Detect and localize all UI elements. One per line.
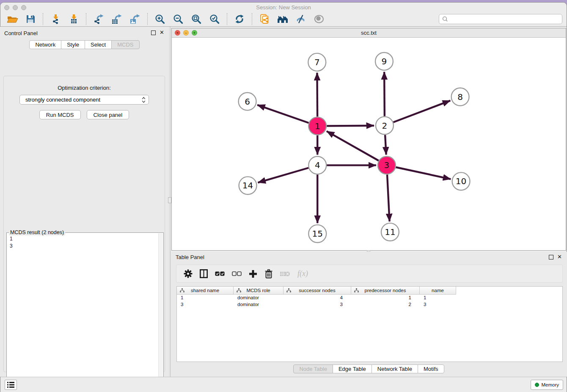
graph-edge-1-6[interactable] (257, 105, 308, 123)
network-close-button[interactable]: ✕ (175, 30, 180, 36)
graph-edge-3-11[interactable] (387, 174, 390, 221)
column-label: name (432, 288, 444, 293)
graph-node-15[interactable]: 15 (308, 225, 326, 243)
svg-text:1: 1 (315, 121, 320, 131)
search-icon (442, 16, 449, 22)
graph-node-2[interactable]: 2 (376, 117, 394, 135)
show-all-button[interactable] (311, 13, 327, 25)
export-network-button[interactable] (91, 13, 106, 25)
tab-select[interactable]: Select (85, 40, 112, 49)
cell-shared-name[interactable]: 1 (177, 295, 234, 301)
divider-grip[interactable] (168, 197, 171, 203)
select-all-rows-button[interactable] (215, 268, 225, 280)
graph-node-10[interactable]: 10 (452, 172, 470, 190)
close-panel-button[interactable]: Close panel (87, 110, 129, 119)
tab-network-table[interactable]: Network Table (372, 364, 418, 373)
zoom-fit-button[interactable] (189, 13, 204, 25)
column-header-MCDS-role[interactable]: MCDS role (234, 287, 284, 295)
tab-style[interactable]: Style (61, 40, 85, 49)
tab-motifs[interactable]: Motifs (418, 364, 444, 373)
deselect-all-rows-button[interactable] (232, 268, 242, 280)
cell-successor-nodes[interactable]: 3 (284, 301, 351, 308)
column-header-name[interactable]: name (420, 287, 456, 295)
graph-edge-2-3[interactable] (385, 135, 386, 155)
graph-node-1[interactable]: 1 (308, 117, 326, 135)
graph-node-11[interactable]: 11 (381, 223, 399, 241)
save-session-button[interactable] (23, 13, 38, 25)
first-neighbors-button[interactable] (275, 13, 290, 25)
network-maximize-button[interactable]: + (192, 30, 197, 36)
table-row[interactable]: 3dominator323 (177, 301, 562, 308)
network-window-titlebar[interactable]: ✕ − + scc.txt (172, 28, 566, 38)
table-row[interactable]: 1dominator411 (177, 295, 562, 301)
search-field[interactable] (439, 14, 562, 24)
cell-successor-nodes[interactable]: 4 (284, 295, 351, 301)
column-header-predecessor-nodes[interactable]: predecessor nodes (351, 287, 420, 295)
result-scrollbar[interactable] (158, 233, 163, 392)
zoom-out-icon (173, 14, 183, 24)
hide-selected-button[interactable] (293, 13, 308, 25)
graph-edge-1-7[interactable] (317, 73, 317, 117)
mcds-result-list[interactable]: 13 (7, 233, 163, 250)
network-canvas[interactable]: 7968124314101511 (172, 38, 566, 250)
graph-edge-4-14[interactable] (258, 168, 309, 182)
float-table-panel-icon[interactable] (549, 255, 553, 259)
graph-node-7[interactable]: 7 (308, 53, 326, 71)
graph-node-6[interactable]: 6 (239, 93, 256, 110)
graph-edge-2-9[interactable] (384, 72, 385, 116)
cell-name[interactable]: 3 (420, 301, 456, 308)
search-input[interactable] (449, 15, 562, 23)
svg-text:2: 2 (382, 121, 388, 131)
graph-node-8[interactable]: 8 (451, 88, 469, 106)
table-mode-gear-button[interactable] (184, 268, 193, 280)
toolbar-separator (86, 13, 86, 25)
graph-edge-1-2[interactable] (327, 126, 374, 126)
cell-shared-name[interactable]: 3 (177, 301, 234, 308)
cell-name[interactable]: 1 (420, 295, 456, 301)
open-file-button[interactable] (5, 13, 20, 25)
export-table-button[interactable] (109, 13, 124, 25)
graph-node-4[interactable]: 4 (308, 156, 326, 174)
svg-text:10: 10 (456, 176, 466, 186)
cell-predecessor-nodes[interactable]: 2 (351, 301, 420, 308)
tab-network[interactable]: Network (29, 40, 61, 49)
column-header-shared-name[interactable]: shared name (177, 287, 234, 295)
cell-MCDS-role[interactable]: dominator (234, 295, 284, 301)
table-mode-gear-icon (184, 269, 193, 278)
cell-MCDS-role[interactable]: dominator (234, 301, 284, 308)
graph-node-9[interactable]: 9 (375, 52, 393, 70)
close-panel-icon[interactable]: ✕ (160, 29, 164, 36)
cell-predecessor-nodes[interactable]: 1 (351, 295, 420, 301)
delete-columns-button[interactable] (264, 268, 273, 280)
network-from-selection-button[interactable] (257, 13, 272, 25)
zoom-out-button[interactable] (171, 13, 186, 25)
zoom-in-button[interactable] (152, 13, 168, 25)
statusbar: Memory (0, 377, 567, 392)
memory-button[interactable]: Memory (531, 380, 563, 390)
run-mcds-button[interactable]: Run MCDS (39, 110, 81, 119)
import-network-button[interactable] (48, 13, 63, 25)
show-hide-columns-button[interactable] (200, 268, 208, 280)
graph-edge-3-10[interactable] (396, 167, 451, 179)
column-header-successor-nodes[interactable]: successor nodes (284, 287, 351, 295)
import-table-button[interactable] (66, 13, 81, 25)
graph-edge-3-1[interactable] (327, 131, 379, 161)
float-panel-icon[interactable] (151, 30, 156, 35)
network-minimize-button[interactable]: − (183, 30, 189, 36)
svg-text:7: 7 (314, 57, 320, 67)
criterion-dropdown[interactable]: strongly connected component (19, 95, 149, 105)
graph-edge-2-8[interactable] (393, 101, 450, 122)
tab-edge-table[interactable]: Edge Table (333, 364, 372, 373)
tab-mcds[interactable]: MCDS (111, 40, 139, 49)
apply-layout-button[interactable] (232, 13, 247, 25)
create-column-button[interactable] (249, 268, 257, 280)
close-table-panel-icon[interactable]: ✕ (557, 254, 562, 260)
graph-node-14[interactable]: 14 (239, 177, 257, 194)
export-image-button[interactable] (127, 13, 143, 25)
graph-node-3[interactable]: 3 (378, 156, 396, 174)
task-history-button[interactable] (5, 380, 17, 390)
toolbar-separator (147, 13, 148, 25)
zoom-fit-icon (191, 14, 201, 24)
tab-node-table[interactable]: Node Table (293, 364, 333, 373)
zoom-selected-button[interactable] (207, 13, 222, 25)
